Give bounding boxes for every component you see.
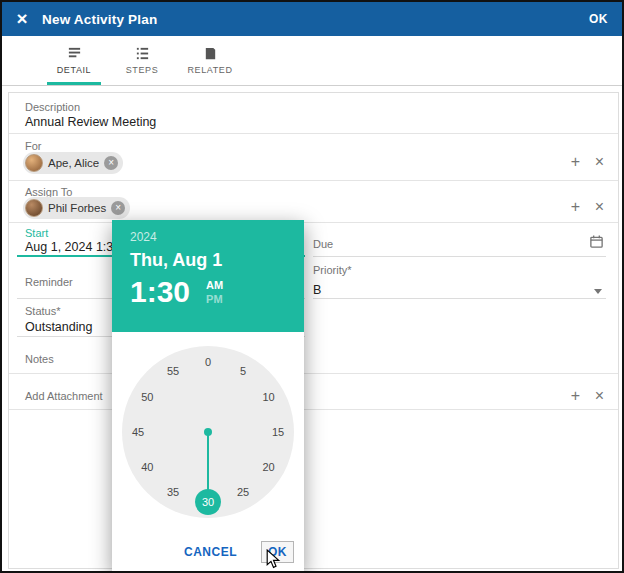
attachment-add-icon[interactable]: +: [571, 388, 580, 404]
notes-divider: [9, 373, 618, 374]
tab-steps[interactable]: STEPS: [108, 36, 176, 85]
picker-date[interactable]: Thu, Aug 1: [130, 250, 304, 271]
detail-form: Description Annual Review Meeting For Ap…: [8, 92, 619, 569]
for-chip-label: Ape, Alice: [48, 157, 99, 169]
ok-button[interactable]: OK: [261, 541, 294, 563]
chevron-down-icon[interactable]: [594, 289, 602, 294]
add-attachment-label: Add Attachment: [25, 390, 103, 402]
assign-divider: [9, 222, 618, 223]
priority-underline: [313, 298, 606, 299]
clock-minute-35[interactable]: 35: [163, 486, 183, 498]
tab-steps-label: STEPS: [126, 65, 159, 75]
priority-label: Priority*: [313, 264, 352, 276]
tab-related-label: RELATED: [187, 65, 232, 75]
minute-clock-face[interactable]: 0510152025303540455055: [122, 346, 294, 518]
related-icon: [203, 46, 218, 61]
due-underline: [313, 256, 606, 257]
reminder-label: Reminder: [25, 276, 73, 288]
for-divider: [9, 180, 618, 181]
detail-icon: [67, 46, 82, 61]
chip-remove-icon[interactable]: ×: [104, 156, 118, 170]
time-picker-header: 2024 Thu, Aug 1 1:30 AM PM: [112, 220, 304, 332]
avatar: [25, 199, 43, 217]
clock-minute-10[interactable]: 10: [259, 391, 279, 403]
clock-minute-30[interactable]: 30: [195, 489, 221, 515]
for-add-icon[interactable]: +: [571, 154, 580, 170]
priority-select[interactable]: B: [313, 283, 321, 297]
pm-toggle[interactable]: PM: [206, 293, 223, 305]
calendar-icon[interactable]: [589, 234, 604, 253]
clock-minute-0[interactable]: 0: [198, 356, 218, 368]
clock-minute-40[interactable]: 40: [137, 461, 157, 473]
status-select[interactable]: Outstanding: [25, 320, 92, 334]
attachment-divider: [9, 409, 618, 410]
description-divider: [9, 133, 618, 134]
clock-minute-5[interactable]: 5: [233, 365, 253, 377]
clock-center-dot: [204, 428, 212, 436]
clock-minute-55[interactable]: 55: [163, 365, 183, 377]
picker-time[interactable]: 1:30: [130, 275, 190, 309]
assign-add-icon[interactable]: +: [571, 199, 580, 215]
for-label: For: [25, 140, 42, 152]
cancel-button[interactable]: CANCEL: [178, 542, 243, 562]
description-input[interactable]: Annual Review Meeting: [25, 115, 156, 129]
header-ok-button[interactable]: OK: [589, 12, 608, 26]
picker-year[interactable]: 2024: [130, 230, 304, 244]
avatar: [25, 154, 43, 172]
tab-bar: DETAIL STEPS RELATED: [2, 36, 622, 86]
assign-to-chip[interactable]: Phil Forbes ×: [23, 197, 130, 219]
time-picker-dialog: 2024 Thu, Aug 1 1:30 AM PM 0510152025303…: [112, 220, 304, 573]
tab-detail[interactable]: DETAIL: [40, 36, 108, 85]
page-title: New Activity Plan: [42, 12, 157, 27]
for-clear-icon[interactable]: ×: [595, 154, 604, 170]
assign-to-chip-label: Phil Forbes: [48, 202, 106, 214]
assign-clear-icon[interactable]: ×: [595, 199, 604, 215]
new-activity-plan-dialog: × New Activity Plan OK DETAIL STEPS RELA…: [0, 0, 624, 573]
clock-minute-45[interactable]: 45: [128, 426, 148, 438]
chip-remove-icon[interactable]: ×: [111, 201, 125, 215]
clock-minute-50[interactable]: 50: [137, 391, 157, 403]
clock-hand[interactable]: [207, 432, 209, 490]
picker-actions: CANCEL OK: [112, 531, 304, 573]
close-icon[interactable]: ×: [2, 2, 42, 36]
attachment-clear-icon[interactable]: ×: [595, 388, 604, 404]
tab-detail-label: DETAIL: [57, 65, 91, 75]
clock-minute-25[interactable]: 25: [233, 486, 253, 498]
steps-icon: [135, 46, 150, 61]
clock-area: 0510152025303540455055: [112, 332, 304, 531]
description-label: Description: [25, 101, 80, 113]
notes-label: Notes: [25, 353, 54, 365]
due-label: Due: [313, 238, 333, 250]
start-label: Start: [25, 227, 48, 239]
clock-minute-15[interactable]: 15: [268, 426, 288, 438]
app-bar: × New Activity Plan OK: [2, 2, 622, 36]
clock-minute-20[interactable]: 20: [259, 461, 279, 473]
for-chip[interactable]: Ape, Alice ×: [23, 152, 123, 174]
tab-related[interactable]: RELATED: [176, 36, 244, 85]
status-label: Status*: [25, 305, 60, 317]
am-toggle[interactable]: AM: [206, 279, 223, 291]
